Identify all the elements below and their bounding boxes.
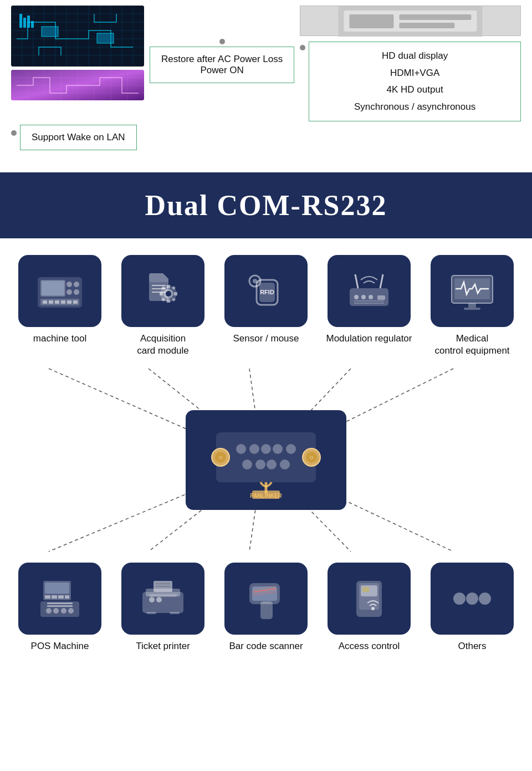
bullet-dot-3 <box>11 130 17 136</box>
svg-text:○: ○ <box>218 453 222 461</box>
hdmi-vga-label: HDMI+VGA <box>320 65 509 82</box>
acquisition-card-icon <box>138 269 188 313</box>
icon-item-ticket-printer: Ticket printer <box>119 563 207 652</box>
svg-rect-65 <box>174 292 177 295</box>
svg-point-154 <box>479 593 491 605</box>
svg-text:○: ○ <box>309 453 313 461</box>
svg-rect-52 <box>67 300 71 304</box>
svg-point-107 <box>236 444 246 454</box>
acquisition-card-icon-box <box>121 255 204 327</box>
sensor-mouse-label: Sensor / mouse <box>233 333 299 345</box>
svg-point-115 <box>280 459 290 469</box>
diagram-section: ○ ○ PANLINKER <box>0 363 532 557</box>
right-features: HD dual display HDMI+VGA 4K HD output Sy… <box>300 6 521 121</box>
svg-rect-125 <box>47 602 73 604</box>
svg-point-110 <box>273 444 283 454</box>
svg-point-109 <box>261 444 271 454</box>
barcode-scanner-icon-box <box>224 563 308 635</box>
svg-point-151 <box>371 607 375 610</box>
hd-output-label: 4K HD output <box>320 81 509 99</box>
top-icons-section: machine tool <box>0 238 532 362</box>
modulation-regulator-label: Modulation regulator <box>326 333 412 345</box>
header-section: Restore after AC Power Loss Power ON HD … <box>0 0 532 161</box>
svg-point-111 <box>286 444 296 454</box>
svg-point-43 <box>66 282 72 287</box>
svg-line-79 <box>380 274 383 288</box>
svg-rect-122 <box>58 595 64 599</box>
right-image <box>300 6 521 36</box>
svg-line-78 <box>355 274 358 288</box>
banner-section: Dual COM-RS232 <box>0 172 532 238</box>
com-port-center: ○ ○ PANLINKER <box>186 410 346 510</box>
svg-rect-121 <box>52 595 57 599</box>
pos-machine-icon-box <box>18 563 101 635</box>
ticket-printer-icon <box>138 576 188 621</box>
svg-rect-140 <box>170 612 180 614</box>
barcode-scanner-icon <box>241 576 291 621</box>
svg-rect-38 <box>400 14 472 20</box>
svg-point-136 <box>149 597 155 602</box>
icon-item-barcode-scanner: Bar code scanner <box>222 563 310 652</box>
circuit-image-2 <box>11 70 144 100</box>
svg-rect-100 <box>216 432 316 482</box>
svg-point-137 <box>156 597 162 602</box>
access-control-label: Access control <box>339 640 400 652</box>
svg-rect-42 <box>42 281 64 295</box>
svg-point-81 <box>361 295 366 299</box>
svg-point-108 <box>249 444 259 454</box>
others-icon <box>447 576 497 621</box>
svg-rect-22 <box>27 16 30 28</box>
svg-point-82 <box>369 295 373 299</box>
svg-point-114 <box>267 459 277 469</box>
svg-point-130 <box>68 608 74 614</box>
access-control-icon <box>344 576 394 621</box>
circuit-svg-2 <box>11 70 144 100</box>
svg-rect-64 <box>167 299 170 303</box>
left-images <box>11 6 144 100</box>
acquisition-card-label: Acquisition card module <box>137 333 189 357</box>
svg-point-113 <box>255 459 265 469</box>
svg-rect-123 <box>65 595 69 599</box>
svg-rect-150 <box>362 587 369 592</box>
sensor-mouse-icon-box: RFID <box>224 255 308 327</box>
others-label: Others <box>458 640 486 652</box>
icon-item-access-control: Access control <box>325 563 413 652</box>
icon-item-medical-equipment: Medical control equipment <box>428 255 516 357</box>
top-icons-row: machine tool <box>11 255 521 357</box>
hd-dual-label: HD dual display <box>320 48 509 65</box>
medical-equipment-icon-box <box>431 255 514 327</box>
svg-rect-19 <box>97 33 114 43</box>
svg-point-46 <box>74 289 79 295</box>
svg-text:RFID: RFID <box>260 289 274 295</box>
medical-equipment-label: Medical control equipment <box>434 333 509 357</box>
others-icon-box <box>431 563 514 635</box>
svg-point-152 <box>453 593 466 605</box>
svg-point-75 <box>253 279 257 283</box>
svg-rect-50 <box>55 300 59 304</box>
svg-rect-20 <box>19 14 22 28</box>
svg-point-129 <box>61 608 66 614</box>
pos-machine-icon <box>35 576 85 621</box>
bottom-icons-row: POS Machine <box>11 563 521 652</box>
svg-point-44 <box>74 282 79 287</box>
svg-point-80 <box>354 295 359 299</box>
svg-rect-138 <box>149 594 177 597</box>
svg-rect-88 <box>468 303 476 308</box>
svg-point-45 <box>66 289 72 295</box>
svg-rect-66 <box>160 292 163 295</box>
modulation-regulator-icon-box <box>328 255 411 327</box>
com-port-svg: ○ ○ PANLINKER <box>200 421 332 499</box>
svg-rect-23 <box>31 21 34 28</box>
svg-rect-63 <box>167 285 170 288</box>
medical-equipment-icon <box>447 269 497 313</box>
bullet-dot-1 <box>219 39 225 44</box>
access-control-icon-box <box>328 563 411 635</box>
svg-text:PANLINKER: PANLINKER <box>250 493 282 499</box>
bottom-icons-section: POS Machine <box>0 557 532 669</box>
sensor-mouse-icon: RFID <box>241 269 291 313</box>
svg-rect-119 <box>45 583 69 594</box>
svg-point-62 <box>166 291 171 297</box>
circuit-image-1 <box>11 6 144 67</box>
svg-point-127 <box>46 608 52 614</box>
modulation-regulator-icon <box>344 269 394 313</box>
